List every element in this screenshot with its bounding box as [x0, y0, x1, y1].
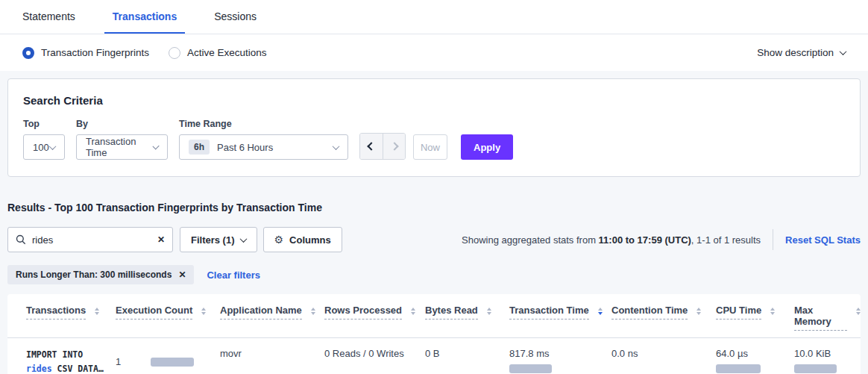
top-select[interactable]: 100: [23, 134, 65, 160]
time-range-value: Past 6 Hours: [217, 142, 273, 153]
gear-icon: ⚙: [274, 234, 284, 246]
search-input[interactable]: [32, 234, 157, 246]
sort-icon[interactable]: [770, 308, 775, 315]
transaction-time-value: 817.8 ms: [509, 348, 611, 359]
chevron-down-icon: [239, 235, 247, 243]
execution-count-value: 1: [116, 356, 121, 367]
cpu-time-value: 64.0 µs: [716, 348, 794, 359]
tab-transactions[interactable]: Transactions: [104, 0, 185, 34]
cpu-time-bar: [716, 364, 761, 373]
time-next-button[interactable]: [383, 134, 405, 159]
column-header-label[interactable]: CPU Time: [716, 305, 761, 320]
search-clear-icon[interactable]: ✕: [157, 234, 165, 245]
transaction-fingerprint-cell[interactable]: IMPORT INTO rides CSV DATA…: [26, 348, 116, 374]
column-header-execution-count: Execution Count: [116, 305, 220, 331]
radio-selected-icon: [22, 47, 34, 59]
bytes-read-cell: 0 B: [425, 348, 509, 374]
filter-chip: Runs Longer Than: 300 milliseconds ✕: [7, 265, 194, 284]
top-field: Top 100: [23, 119, 65, 160]
sort-icon[interactable]: [95, 308, 99, 315]
time-range-select[interactable]: 6h Past 6 Hours: [179, 134, 348, 160]
column-header-label[interactable]: Rows Processed: [324, 305, 402, 320]
column-header-transaction-time: Transaction Time: [509, 305, 611, 331]
chevron-down-icon: [49, 143, 57, 150]
results-heading: Results - Top 100 Transaction Fingerprin…: [7, 202, 861, 214]
sql-table-link[interactable]: rides: [26, 364, 52, 374]
filter-chip-remove-icon[interactable]: ✕: [178, 269, 186, 280]
column-header-application-name: Application Name: [220, 305, 324, 331]
chevron-down-icon: [333, 143, 340, 150]
columns-button-label: Columns: [289, 234, 331, 246]
page-tabbar: Statements Transactions Sessions: [0, 0, 868, 34]
time-nav-group: [359, 133, 406, 160]
tab-sessions[interactable]: Sessions: [206, 0, 265, 34]
application-name-cell: movr: [220, 348, 324, 374]
by-select-value: Transaction Time: [86, 136, 154, 158]
execution-count-bar: [151, 358, 194, 367]
filters-button[interactable]: Filters (1): [180, 227, 257, 252]
radio-unselected-icon: [169, 47, 180, 59]
vertical-divider: [773, 229, 773, 250]
apply-button[interactable]: Apply: [461, 134, 513, 160]
rows-processed-cell: 0 Reads / 0 Writes: [324, 348, 425, 374]
by-field: By Transaction Time: [76, 119, 168, 160]
radio-transaction-fingerprints[interactable]: Transaction Fingerprints: [22, 47, 149, 59]
column-header-cpu-time: CPU Time: [716, 305, 794, 331]
chevron-down-icon: [840, 48, 847, 55]
column-header-label[interactable]: Execution Count: [116, 305, 192, 320]
sort-icon[interactable]: [411, 308, 415, 315]
chevron-right-icon: [390, 142, 398, 150]
reset-sql-stats-link[interactable]: Reset SQL Stats: [785, 234, 861, 246]
transaction-time-bar: [509, 364, 552, 373]
transaction-time-cell: 817.8 ms: [509, 348, 611, 374]
radio-label: Active Executions: [187, 47, 267, 58]
column-header-label[interactable]: Transactions: [26, 305, 86, 320]
filters-button-label: Filters (1): [191, 234, 235, 246]
column-header-label[interactable]: Application Name: [220, 305, 302, 320]
active-filters-row: Runs Longer Than: 300 milliseconds ✕ Cle…: [7, 265, 861, 284]
tab-statements[interactable]: Statements: [14, 0, 84, 34]
sort-icon-descending[interactable]: [598, 308, 603, 315]
column-header-rows-processed: Rows Processed: [324, 305, 425, 331]
view-toggle-row: Transaction Fingerprints Active Executio…: [0, 34, 868, 71]
sort-icon[interactable]: [201, 308, 206, 315]
now-button[interactable]: Now: [413, 134, 447, 160]
clear-filters-link[interactable]: Clear filters: [207, 269, 260, 281]
sort-icon[interactable]: [856, 308, 861, 315]
chevron-left-icon: [367, 142, 375, 150]
stats-area: Showing aggregated stats from 11:00 to 1…: [462, 229, 861, 250]
time-range-badge: 6h: [189, 140, 210, 155]
top-select-value: 100: [33, 142, 49, 153]
columns-button[interactable]: ⚙ Columns: [263, 227, 342, 252]
max-memory-value: 10.0 KiB: [794, 348, 861, 359]
execution-count-cell: 1: [116, 348, 220, 374]
results-controls-row: ✕ Filters (1) ⚙ Columns Showing aggregat…: [7, 227, 861, 252]
column-header-bytes-read: Bytes Read: [425, 305, 509, 331]
max-memory-cell: 10.0 KiB: [794, 348, 861, 374]
time-range-field: Time Range 6h Past 6 Hours: [179, 119, 348, 160]
sort-icon[interactable]: [311, 308, 315, 315]
by-select[interactable]: Transaction Time: [76, 134, 168, 160]
search-icon: [16, 234, 26, 245]
show-description-toggle[interactable]: Show description: [757, 47, 846, 58]
column-header-contention-time: Contention Time: [611, 305, 716, 331]
radio-active-executions[interactable]: Active Executions: [169, 47, 267, 59]
search-criteria-card: Search Criteria Top 100 By Transaction T…: [7, 78, 861, 177]
column-header-label[interactable]: Max Memory: [794, 305, 847, 331]
results-section: Results - Top 100 Transaction Fingerprin…: [0, 202, 868, 284]
sort-icon[interactable]: [487, 308, 491, 315]
by-label: By: [76, 119, 168, 129]
column-header-label[interactable]: Bytes Read: [425, 305, 478, 320]
time-range-label: Time Range: [179, 119, 348, 129]
column-header-label[interactable]: Transaction Time: [509, 305, 589, 320]
column-header-max-memory: Max Memory: [794, 305, 861, 331]
cpu-time-cell: 64.0 µs: [716, 348, 794, 374]
show-description-label: Show description: [757, 47, 834, 58]
sort-icon[interactable]: [696, 308, 701, 315]
results-table-card: Transactions Execution Count Application…: [7, 294, 861, 374]
contention-time-cell: 0.0 ns: [611, 348, 716, 374]
column-header-label[interactable]: Contention Time: [611, 305, 688, 320]
search-box: ✕: [7, 227, 173, 252]
time-prev-button[interactable]: [360, 134, 383, 159]
max-memory-bar: [794, 364, 837, 373]
